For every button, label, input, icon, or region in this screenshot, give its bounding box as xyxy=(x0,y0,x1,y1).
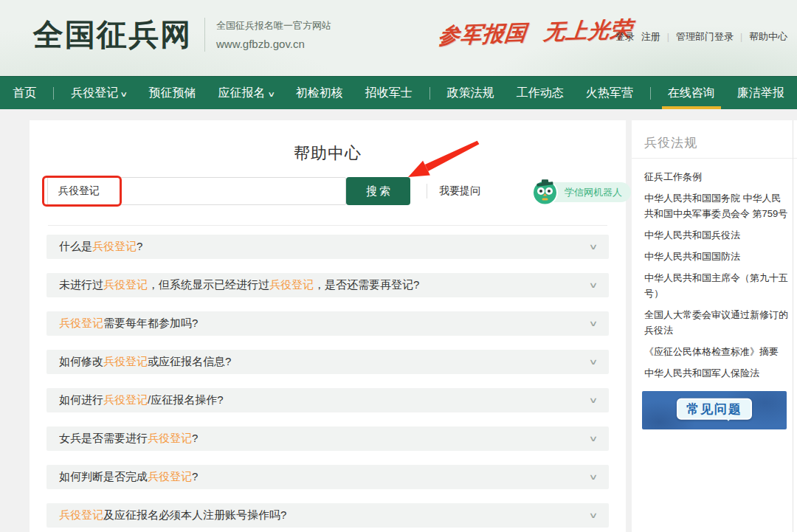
logo-block: 全国征兵网 全国征兵报名唯一官方网站 www.gfbzb.gov.cn xyxy=(33,18,331,52)
faq-item-2[interactable]: 未进行过兵役登记，但系统显示已经进行过兵役登记，是否还需要再登记?∨ xyxy=(46,273,609,297)
nav-item-5[interactable]: 初检初核 xyxy=(291,77,348,109)
search-button[interactable]: 搜索 xyxy=(346,177,410,205)
nav-group-divider xyxy=(650,87,651,100)
nav-item-1[interactable]: 首页 xyxy=(7,77,41,109)
header-link-divider: | xyxy=(667,32,669,42)
nav-menu: 首页兵役登记∨预征预储应征报名∨初检初核招收军士政策法规工作动态火热军营在线咨询… xyxy=(0,77,797,109)
law-link-5[interactable]: 中华人民共和国主席令（第九十五号） xyxy=(644,270,789,301)
vertical-divider xyxy=(427,184,427,198)
logo-subtitle: 全国征兵报名唯一官方网站 www.gfbzb.gov.cn xyxy=(216,19,331,50)
page: 全国征兵网 全国征兵报名唯一官方网站 www.gfbzb.gov.cn 参军报国… xyxy=(0,0,797,532)
search-input[interactable] xyxy=(47,177,346,205)
chevron-down-icon: ∨ xyxy=(267,90,275,98)
slogan-calligraphy: 参军报国 无上光荣 xyxy=(438,19,617,47)
faq-item-5[interactable]: 如何进行兵役登记/应征报名操作?∨ xyxy=(46,388,609,412)
nav-item-8[interactable]: 工作动态 xyxy=(511,77,569,109)
faq-question-text: 如何修改兵役登记或应征报名信息? xyxy=(59,355,590,369)
faq-item-6[interactable]: 女兵是否需要进行兵役登记?∨ xyxy=(46,426,609,451)
nav-item-11[interactable]: 廉洁举报 xyxy=(732,77,790,109)
faq-question-text: 女兵是否需要进行兵役登记? xyxy=(59,432,590,446)
law-link-7[interactable]: 《应征公民体格检查标准》摘要 xyxy=(644,344,789,359)
law-link-1[interactable]: 征兵工作条例 xyxy=(644,169,789,184)
nav-item-label: 兵役登记 xyxy=(71,86,118,101)
site-logo[interactable]: 全国征兵网 xyxy=(33,20,192,50)
nav-item-6[interactable]: 招收军士 xyxy=(360,77,418,109)
logo-divider xyxy=(204,18,205,52)
chevron-down-icon: ∨ xyxy=(589,395,598,405)
faq-question-text: 兵役登记及应征报名必须本人注册账号操作吗? xyxy=(59,508,590,522)
faq-banner[interactable]: 常见问题 xyxy=(642,391,787,429)
nav-item-3[interactable]: 预征预储 xyxy=(144,77,201,109)
sidebar-divider xyxy=(632,158,797,159)
nav-item-label: 工作动态 xyxy=(517,86,564,101)
chevron-down-icon: ∨ xyxy=(589,357,598,367)
site-header: 全国征兵网 全国征兵报名唯一官方网站 www.gfbzb.gov.cn 参军报国… xyxy=(0,0,797,76)
chevron-down-icon: ∨ xyxy=(589,319,598,328)
header-link-divider: | xyxy=(740,32,742,42)
nav-item-7[interactable]: 政策法规 xyxy=(442,77,500,109)
faq-list: 什么是兵役登记?∨未进行过兵役登记，但系统显示已经进行过兵役登记，是否还需要再登… xyxy=(46,235,609,532)
nav-item-label: 预征预储 xyxy=(149,86,196,101)
regulations-panel: 兵役法规 征兵工作条例中华人民共和国国务院 中华人民共和国中央军事委员会令 第7… xyxy=(632,120,797,532)
law-link-3[interactable]: 中华人民共和国兵役法 xyxy=(644,227,789,243)
faq-item-1[interactable]: 什么是兵役登记?∨ xyxy=(46,235,609,259)
right-edge-line xyxy=(793,120,793,532)
nav-group-divider xyxy=(53,87,54,100)
nav-item-2[interactable]: 兵役登记∨ xyxy=(66,77,131,109)
chevron-down-icon: ∨ xyxy=(120,90,128,98)
law-link-8[interactable]: 中华人民共和国军人保险法 xyxy=(644,365,789,381)
faq-item-8[interactable]: 兵役登记及应征报名必须本人注册账号操作吗?∨ xyxy=(46,503,609,528)
faq-question-text: 兵役登记需要每年都参加吗? xyxy=(59,317,590,331)
law-link-2[interactable]: 中华人民共和国国务院 中华人民共和国中央军事委员会令 第759号 xyxy=(644,190,789,221)
chevron-down-icon: ∨ xyxy=(589,280,598,290)
chevron-down-icon: ∨ xyxy=(589,511,598,520)
nav-item-label: 廉洁举报 xyxy=(737,86,784,101)
faq-question-text: 如何判断是否完成兵役登记? xyxy=(59,470,590,484)
law-link-4[interactable]: 中华人民共和国国防法 xyxy=(644,249,789,264)
nav-group-divider xyxy=(429,87,430,100)
header-link-1[interactable]: 登录 xyxy=(615,30,635,44)
faq-question-text: 未进行过兵役登记，但系统显示已经进行过兵役登记，是否还需要再登记? xyxy=(59,278,590,292)
nav-item-label: 招收军士 xyxy=(365,86,413,101)
nav-item-4[interactable]: 应征报名∨ xyxy=(213,77,279,109)
chevron-down-icon: ∨ xyxy=(589,472,598,482)
nav-item-label: 政策法规 xyxy=(447,86,494,101)
help-center-panel: 帮助中心 搜索 我要提问 学信网机器人 什么是兵役登记?∨未进行过兵役登记，但系… xyxy=(30,120,626,532)
nav-item-9[interactable]: 火热军营 xyxy=(581,77,638,109)
main-navbar: 首页兵役登记∨预征预储应征报名∨初检初核招收军士政策法规工作动态火热军营在线咨询… xyxy=(0,76,797,109)
faq-question-text: 如何进行兵役登记/应征报名操作? xyxy=(59,393,590,407)
faq-question-text: 什么是兵役登记? xyxy=(59,240,590,254)
ask-question-link[interactable]: 我要提问 xyxy=(439,184,480,198)
nav-item-label: 应征报名 xyxy=(218,86,266,101)
header-link-2[interactable]: 注册 xyxy=(641,30,660,44)
chevron-down-icon: ∨ xyxy=(589,242,598,252)
regulations-title: 兵役法规 xyxy=(644,134,697,151)
law-link-6[interactable]: 全国人大常委会审议通过新修订的兵役法 xyxy=(644,307,789,338)
faq-item-3[interactable]: 兵役登记需要每年都参加吗?∨ xyxy=(46,311,609,336)
nav-item-label: 火热军营 xyxy=(586,86,633,101)
header-links: 登录注册|管理部门登录|帮助中心 xyxy=(615,30,787,44)
faq-item-4[interactable]: 如何修改兵役登记或应征报名信息?∨ xyxy=(46,350,609,374)
header-link-4[interactable]: 帮助中心 xyxy=(749,30,787,44)
chatbot-badge[interactable]: 学信网机器人 xyxy=(531,179,631,206)
law-list: 征兵工作条例中华人民共和国国务院 中华人民共和国中央军事委员会令 第759号中华… xyxy=(644,169,789,387)
owl-robot-icon xyxy=(531,179,559,206)
nav-item-label: 初检初核 xyxy=(296,86,343,101)
content-divider xyxy=(48,225,607,226)
site-url: www.gfbzb.gov.cn xyxy=(216,38,331,50)
header-link-3[interactable]: 管理部门登录 xyxy=(676,30,734,44)
page-title: 帮助中心 xyxy=(30,142,626,165)
nav-item-10[interactable]: 在线咨询 xyxy=(663,77,720,109)
site-tagline: 全国征兵报名唯一官方网站 xyxy=(216,19,331,32)
nav-item-label: 在线咨询 xyxy=(668,86,715,101)
chevron-down-icon: ∨ xyxy=(589,434,598,443)
faq-item-7[interactable]: 如何判断是否完成兵役登记?∨ xyxy=(46,465,609,489)
nav-item-label: 首页 xyxy=(13,86,36,101)
faq-banner-bubble: 常见问题 xyxy=(677,398,752,420)
